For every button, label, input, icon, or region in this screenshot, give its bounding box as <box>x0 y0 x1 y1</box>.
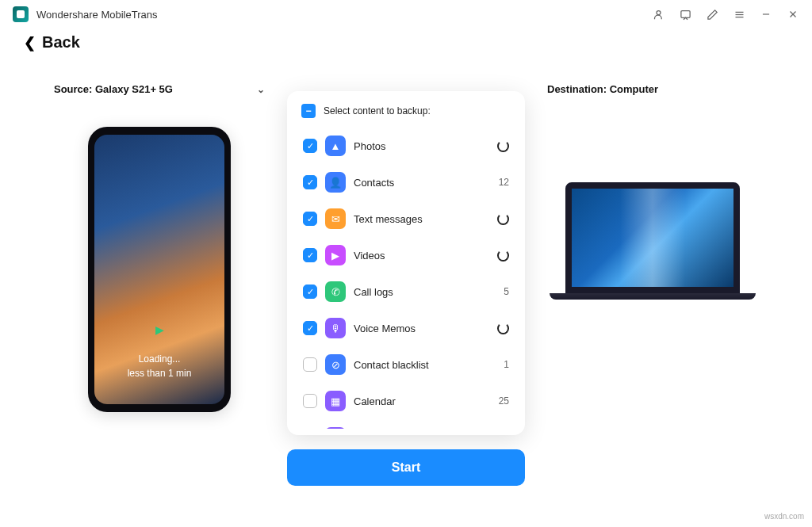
edit-icon[interactable] <box>706 8 718 21</box>
list-item[interactable]: ✓✆Call logs5 <box>300 273 512 310</box>
loading-spinner-icon <box>497 250 509 262</box>
list-item[interactable]: ◆Apps <box>300 419 512 429</box>
close-icon[interactable] <box>787 8 799 21</box>
category-icon: ✉ <box>325 208 346 229</box>
source-column: Source: Galaxy S21+ 5G ⌄ ▶ Loading... le… <box>48 83 271 486</box>
titlebar-left: Wondershare MobileTrans <box>13 6 157 22</box>
main-content: Source: Galaxy S21+ 5G ⌄ ▶ Loading... le… <box>0 59 812 486</box>
chevron-down-icon: ⌄ <box>257 84 265 95</box>
list-item[interactable]: ✓🎙Voice Memos <box>300 310 512 346</box>
list-item[interactable]: ✓✉Text messages <box>300 200 512 237</box>
select-all-checkbox[interactable]: − <box>301 104 316 118</box>
category-icon: ✆ <box>325 281 346 302</box>
item-checkbox[interactable]: ✓ <box>303 212 317 226</box>
category-icon: ▲ <box>325 136 346 156</box>
user-icon[interactable] <box>652 8 665 21</box>
minimize-icon[interactable] <box>760 8 772 21</box>
category-icon: 👤 <box>325 172 346 193</box>
item-count: 12 <box>499 177 509 188</box>
loading-status: Loading... less than 1 min <box>128 352 192 380</box>
watermark: wsxdn.com <box>764 512 804 521</box>
loading-spinner-icon <box>497 323 509 334</box>
item-checkbox[interactable] <box>303 394 317 408</box>
item-checkbox[interactable] <box>303 357 317 372</box>
item-count: 25 <box>499 395 509 407</box>
item-label: Call logs <box>354 286 496 298</box>
item-label: Contacts <box>354 177 491 189</box>
item-count: 5 <box>504 286 509 297</box>
category-icon: ◆ <box>325 427 346 429</box>
item-checkbox[interactable]: ✓ <box>303 139 317 153</box>
item-label: Text messages <box>354 213 489 225</box>
items-list[interactable]: ✓▲Photos✓👤Contacts12✓✉Text messages✓▶Vid… <box>287 128 525 429</box>
destination-device-image <box>550 182 756 300</box>
content-panel: − Select content to backup: ✓▲Photos✓👤Co… <box>287 91 525 435</box>
item-label: Videos <box>354 250 489 262</box>
titlebar: Wondershare MobileTrans <box>0 0 812 29</box>
item-label: Contact blacklist <box>354 359 496 371</box>
svg-rect-1 <box>680 10 689 17</box>
item-checkbox[interactable]: ✓ <box>303 285 317 299</box>
list-item[interactable]: ▦Calendar25 <box>300 383 512 419</box>
category-icon: ⊘ <box>325 354 346 375</box>
category-icon: ▶ <box>325 245 346 265</box>
category-icon: ▦ <box>325 391 346 411</box>
loading-spinner-icon <box>497 213 509 225</box>
list-item[interactable]: ✓👤Contacts12 <box>300 164 512 200</box>
category-icon: 🎙 <box>325 318 346 338</box>
destination-label: Destination: Computer <box>547 83 658 95</box>
app-title: Wondershare MobileTrans <box>36 9 157 21</box>
panel-header: − Select content to backup: <box>287 104 525 128</box>
list-item[interactable]: ✓▲Photos <box>300 128 512 164</box>
item-checkbox[interactable]: ✓ <box>303 248 317 262</box>
item-count: 1 <box>504 359 509 370</box>
titlebar-actions <box>652 8 799 21</box>
center-column: − Select content to backup: ✓▲Photos✓👤Co… <box>287 83 525 486</box>
app-logo-icon <box>13 6 29 22</box>
source-selector[interactable]: Source: Galaxy S21+ 5G ⌄ <box>48 83 271 95</box>
menu-icon[interactable] <box>733 8 745 21</box>
source-label: Source: Galaxy S21+ 5G <box>54 83 173 95</box>
destination-label-row: Destination: Computer <box>541 83 764 95</box>
destination-column: Destination: Computer <box>541 83 764 486</box>
loading-spinner-icon <box>497 140 509 152</box>
item-label: Photos <box>354 140 489 152</box>
panel-title: Select content to backup: <box>324 105 431 116</box>
chevron-left-icon: ❮ <box>24 34 36 52</box>
feedback-icon[interactable] <box>679 8 691 21</box>
item-checkbox[interactable]: ✓ <box>303 321 317 335</box>
item-checkbox[interactable]: ✓ <box>303 175 317 189</box>
list-item[interactable]: ✓▶Videos <box>300 237 512 273</box>
start-button[interactable]: Start <box>287 449 525 486</box>
item-label: Calendar <box>354 395 491 407</box>
item-label: Voice Memos <box>354 323 489 334</box>
svg-point-0 <box>657 10 661 14</box>
source-device-image: ▶ Loading... less than 1 min <box>88 127 231 412</box>
play-icon: ▶ <box>155 323 164 336</box>
back-button[interactable]: ❮ Back <box>0 29 812 59</box>
list-item[interactable]: ⊘Contact blacklist1 <box>300 346 512 383</box>
back-label: Back <box>42 33 80 52</box>
